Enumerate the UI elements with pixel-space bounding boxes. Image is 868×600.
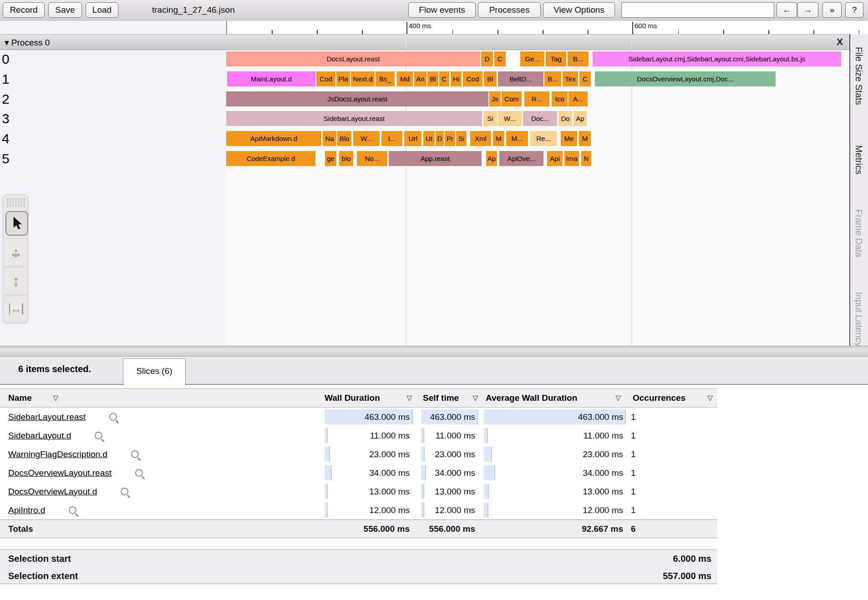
- trace-slice[interactable]: Do: [558, 111, 572, 126]
- search-input[interactable]: [621, 2, 774, 18]
- table-row[interactable]: DocsOverviewLayout.d13.000 ms13.000 ms13…: [0, 482, 717, 501]
- trace-slice[interactable]: B...: [568, 51, 589, 66]
- trace-slice[interactable]: M: [579, 131, 591, 146]
- trace-slice[interactable]: SidebarLayout.cmj,SidebarLayout.cmi,Side…: [593, 51, 841, 66]
- help-button[interactable]: ?: [845, 2, 863, 18]
- trace-slice[interactable]: W...: [498, 111, 522, 126]
- process-close-button[interactable]: X: [837, 36, 843, 47]
- trace-slice[interactable]: Js: [489, 91, 501, 106]
- trace-slice[interactable]: Cod: [463, 71, 482, 86]
- sidebar-item-metrics[interactable]: Metrics: [853, 145, 864, 174]
- table-row[interactable]: SidebarLayout.d11.000 ms11.000 ms11.000 …: [0, 426, 717, 445]
- trace-slice[interactable]: Bs_: [376, 71, 395, 86]
- trace-slice[interactable]: SidebarLayout.reast: [226, 111, 482, 126]
- slice-name-link[interactable]: DocsOverviewLayout.d: [8, 487, 97, 497]
- trace-slice[interactable]: Cod: [316, 71, 335, 86]
- column-header-self-time[interactable]: Self time▽: [423, 389, 478, 407]
- trace-slice[interactable]: An: [414, 71, 426, 86]
- magnifier-icon[interactable]: [135, 469, 143, 477]
- trace-slice[interactable]: Bl: [427, 71, 438, 86]
- trace-slice[interactable]: M...: [506, 131, 528, 146]
- timeline-view[interactable]: 0DocsLayout.reastDCGe...TagB...SidebarLa…: [0, 50, 868, 346]
- trace-slice[interactable]: Tex: [563, 71, 578, 86]
- column-header-wall-duration[interactable]: Wall Duration▽: [325, 389, 412, 407]
- pan-tool-button[interactable]: ↔↕: [5, 241, 26, 264]
- column-header-occurrences[interactable]: Occurrences▽: [633, 389, 713, 407]
- trace-slice[interactable]: C: [579, 71, 591, 86]
- horizontal-splitter[interactable]: [0, 346, 868, 357]
- trace-slice[interactable]: C: [494, 51, 506, 66]
- magnifier-icon[interactable]: [131, 450, 139, 458]
- trace-slice[interactable]: Doc...: [523, 111, 557, 126]
- slice-name-link[interactable]: SidebarLayout.d: [8, 431, 71, 441]
- trace-slice[interactable]: Bl: [484, 71, 497, 86]
- more-options-button[interactable]: »: [822, 2, 842, 18]
- magnifier-icon[interactable]: [95, 432, 102, 439]
- selection-tool-button[interactable]: [5, 211, 28, 236]
- flow-events-button[interactable]: Flow events: [408, 2, 476, 18]
- trace-slice[interactable]: Url: [404, 131, 421, 146]
- trace-slice[interactable]: Re...: [530, 131, 557, 146]
- table-row[interactable]: WarningFlagDescription.d23.000 ms23.000 …: [0, 445, 717, 464]
- trace-slice[interactable]: Na: [323, 131, 336, 146]
- trace-slice[interactable]: ApiMarkdown.d: [226, 131, 321, 146]
- trace-slice[interactable]: Pr: [445, 131, 455, 146]
- trace-slice[interactable]: Md: [397, 71, 413, 86]
- find-previous-button[interactable]: ←: [777, 2, 797, 18]
- table-row[interactable]: ApiIntro.d12.000 ms12.000 ms12.000 ms1: [0, 501, 717, 519]
- sort-icon[interactable]: ▽: [707, 394, 713, 402]
- magnifier-icon[interactable]: [109, 413, 117, 421]
- save-button[interactable]: Save: [48, 2, 82, 18]
- tab-slices[interactable]: Slices (6): [123, 358, 186, 386]
- trace-slice[interactable]: Me: [561, 131, 577, 146]
- trace-slice[interactable]: Ut: [423, 131, 435, 146]
- trace-slice[interactable]: Ap: [486, 151, 497, 166]
- find-next-button[interactable]: →: [797, 2, 818, 18]
- trace-slice[interactable]: W...: [353, 131, 380, 146]
- column-header-name[interactable]: Name▽: [8, 389, 58, 407]
- zoom-tool-button[interactable]: ↕: [5, 269, 26, 292]
- record-button[interactable]: Record: [3, 2, 45, 18]
- table-row[interactable]: SidebarLayout.reast463.000 ms463.000 ms4…: [0, 408, 717, 426]
- slice-name-link[interactable]: SidebarLayout.reast: [8, 412, 86, 422]
- trace-slice[interactable]: Hi: [451, 71, 462, 86]
- trace-slice[interactable]: Si: [483, 111, 497, 126]
- magnifier-icon[interactable]: [69, 506, 76, 514]
- trace-slice[interactable]: BeltD...: [498, 71, 543, 86]
- sidebar-item-file-size-stats[interactable]: File Size Stats: [853, 47, 864, 105]
- time-ruler[interactable]: 400 ms600 ms: [0, 21, 868, 34]
- trace-slice[interactable]: Xml: [470, 131, 491, 146]
- table-row[interactable]: DocsOverviewLayout.reast34.000 ms34.000 …: [0, 464, 717, 482]
- trace-slice[interactable]: A...: [569, 91, 588, 106]
- processes-button[interactable]: Processes: [478, 2, 541, 18]
- trace-slice[interactable]: R...: [524, 91, 549, 106]
- sort-icon[interactable]: ▽: [615, 394, 621, 402]
- process-header[interactable]: ▾ Process 0 X: [0, 34, 849, 50]
- slice-name-link[interactable]: WarningFlagDescription.d: [8, 449, 107, 459]
- trace-slice[interactable]: Si: [456, 131, 467, 146]
- trace-slice[interactable]: Api: [547, 151, 563, 166]
- trace-slice[interactable]: Pla: [336, 71, 350, 86]
- trace-slice[interactable]: Ap: [574, 111, 587, 126]
- trace-slice[interactable]: ApiOve...: [499, 151, 543, 166]
- trace-slice[interactable]: App.reast: [389, 151, 482, 166]
- slice-name-link[interactable]: DocsOverviewLayout.reast: [8, 468, 112, 478]
- trace-slice[interactable]: B...: [544, 71, 561, 86]
- trace-slice[interactable]: M: [493, 131, 504, 146]
- trace-slice[interactable]: I...: [381, 131, 402, 146]
- timing-tool-button[interactable]: ↔: [5, 297, 26, 320]
- column-header-average-wall-duration[interactable]: Average Wall Duration▽: [486, 389, 621, 407]
- trace-slice[interactable]: C: [439, 71, 449, 86]
- trace-slice[interactable]: Com: [502, 91, 522, 106]
- trace-slice[interactable]: DocsOverviewLayout.cmj,Doc...: [595, 71, 776, 86]
- trace-slice[interactable]: JsDocsLayout.reast: [226, 91, 488, 106]
- trace-slice[interactable]: Next.d: [351, 71, 375, 86]
- collapse-arrow-icon[interactable]: ▾: [5, 38, 9, 47]
- trace-slice[interactable]: D: [481, 51, 493, 66]
- trace-slice[interactable]: ge: [325, 151, 336, 166]
- trace-slice[interactable]: MainLayout.d: [227, 71, 315, 86]
- sidebar-item-input-latency[interactable]: Input Latency: [853, 292, 864, 347]
- trace-slice[interactable]: Ima: [564, 151, 579, 166]
- sidebar-item-frame-data[interactable]: Frame Data: [853, 209, 864, 257]
- slice-name-link[interactable]: ApiIntro.d: [8, 505, 45, 515]
